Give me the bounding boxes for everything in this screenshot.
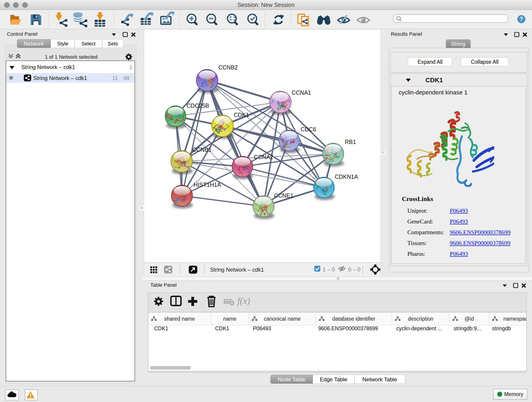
svg-text:CDC6: CDC6 bbox=[301, 126, 316, 133]
svg-text:CCNE1: CCNE1 bbox=[274, 192, 293, 199]
svg-text:RB1: RB1 bbox=[345, 139, 356, 145]
svg-text:CDKN1A: CDKN1A bbox=[335, 173, 358, 180]
svg-text:1 – 0: 1 – 0 bbox=[323, 266, 335, 273]
svg-text:CCNA2: CCNA2 bbox=[254, 154, 273, 160]
svg-text:CCNB1: CCNB1 bbox=[192, 147, 212, 153]
svg-text:f(x): f(x) bbox=[237, 296, 250, 306]
svg-text:CCNA1: CCNA1 bbox=[292, 89, 311, 96]
svg-text:HIST1H1A: HIST1H1A bbox=[194, 182, 221, 188]
svg-text:CDC25B: CDC25B bbox=[186, 102, 209, 109]
svg-text:0 – 0: 0 – 0 bbox=[348, 266, 360, 273]
svg-text:CCNB2: CCNB2 bbox=[218, 64, 238, 70]
svg-text:CDK1: CDK1 bbox=[234, 112, 249, 118]
